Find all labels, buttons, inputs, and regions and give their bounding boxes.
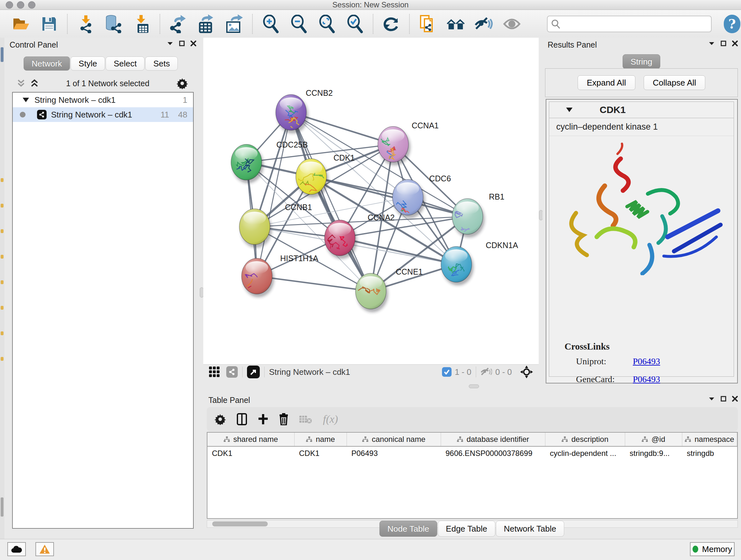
- column-header-namespace[interactable]: namespace: [682, 433, 737, 446]
- table-cell[interactable]: P06493: [347, 447, 441, 460]
- network-node-cdkn1a[interactable]: CDKN1A: [441, 241, 518, 286]
- section-collapse-icon[interactable]: [566, 107, 573, 112]
- zoom-out-button[interactable]: [289, 14, 308, 34]
- node-label: CDK1: [333, 153, 355, 162]
- open-session-button[interactable]: [11, 14, 30, 34]
- table-cell[interactable]: CDK1: [207, 447, 294, 460]
- expand-all-button[interactable]: Expand All: [578, 75, 635, 90]
- home-view-button[interactable]: [446, 14, 465, 34]
- network-node-rb1[interactable]: RB1: [452, 192, 504, 241]
- network-node-cdk1[interactable]: CDK1: [293, 153, 354, 198]
- tab-select[interactable]: Select: [106, 57, 145, 71]
- table-cell[interactable]: cyclin-dependent ...: [545, 447, 625, 460]
- search-box[interactable]: [547, 16, 712, 32]
- table-options-gear-icon[interactable]: [214, 414, 226, 425]
- window-title: Session: New Session: [0, 0, 741, 10]
- toolbar-separator: [409, 14, 410, 34]
- table-cell[interactable]: 9606.ENSP00000378699: [441, 447, 545, 460]
- collapse-all-button[interactable]: Collapse All: [644, 75, 705, 90]
- column-header-canonical-name[interactable]: canonical name: [347, 433, 441, 446]
- collection-label: String Network – cdk1: [35, 95, 116, 105]
- table-cell[interactable]: CDK1: [294, 447, 347, 460]
- clone-network-view-button[interactable]: [418, 14, 437, 34]
- control-panel: Control Panel NetworkStyleSelectSets 1 o…: [4, 38, 199, 539]
- string-view-icon[interactable]: [226, 366, 238, 378]
- table-cell[interactable]: stringdb: [682, 447, 737, 460]
- selected-checkbox-icon[interactable]: [442, 367, 452, 377]
- tab-network[interactable]: Network: [23, 57, 70, 71]
- column-header-name[interactable]: name: [294, 433, 347, 446]
- zoom-in-button[interactable]: [261, 14, 280, 34]
- grid-view-icon[interactable]: [209, 367, 220, 377]
- network-node-cdc6[interactable]: CDC6: [391, 174, 451, 219]
- panel-float-icon[interactable]: [179, 41, 185, 46]
- collection-expand-icon[interactable]: [22, 98, 29, 103]
- network-graph[interactable]: CCNB2CCNA1CDC25BCDK1CDC6RB1CCNB1CCNA2CDK…: [203, 38, 539, 364]
- table-row[interactable]: CDK1CDK1P064939606.ENSP00000378699cyclin…: [207, 447, 737, 460]
- search-input[interactable]: [560, 19, 708, 29]
- panel-menu-icon[interactable]: [167, 41, 173, 46]
- panel-close-icon[interactable]: [732, 41, 738, 46]
- tab-edge-table[interactable]: Edge Table: [438, 521, 495, 537]
- column-header-database-identifier[interactable]: database identifier: [441, 433, 545, 446]
- selected-node-edge-counts: 1 - 0: [455, 367, 471, 377]
- network-collection-row[interactable]: String Network – cdk1 1: [13, 92, 193, 107]
- network-row-selected[interactable]: String Network – cdk1 11 48: [13, 107, 193, 122]
- network-node-ccnb2[interactable]: CCNB2: [276, 88, 333, 133]
- left-splitter[interactable]: [199, 38, 203, 539]
- zoom-selected-button[interactable]: [345, 14, 364, 34]
- horizontal-splitter-handle[interactable]: [469, 384, 479, 388]
- zoom-fit-content-button[interactable]: [317, 14, 336, 34]
- apply-layout-button[interactable]: [382, 14, 401, 34]
- tab-sets[interactable]: Sets: [145, 57, 178, 71]
- show-hidden-icon-button[interactable]: [502, 14, 522, 34]
- save-session-button[interactable]: [40, 14, 59, 34]
- node-table[interactable]: shared namenamecanonical namedatabase id…: [207, 432, 738, 519]
- hide-selected-icon-button[interactable]: [474, 14, 493, 34]
- import-network-file-button[interactable]: [76, 14, 95, 34]
- tab-style[interactable]: Style: [71, 57, 105, 71]
- show-columns-icon[interactable]: [237, 413, 247, 425]
- tab-network-table[interactable]: Network Table: [496, 521, 564, 537]
- network-node-ccna2[interactable]: CCNA2: [325, 213, 395, 259]
- network-node-ccne1[interactable]: CCNE1: [355, 267, 423, 312]
- column-header-shared-name[interactable]: shared name: [207, 433, 294, 446]
- add-column-icon[interactable]: [258, 414, 268, 425]
- right-splitter[interactable]: [539, 38, 542, 393]
- panel-close-icon[interactable]: [732, 396, 738, 401]
- column-header-description[interactable]: description: [545, 433, 625, 446]
- export-network-button[interactable]: [169, 14, 188, 34]
- panel-menu-icon[interactable]: [709, 396, 715, 401]
- column-header-label: namespace: [694, 435, 734, 444]
- panel-menu-icon[interactable]: [709, 41, 715, 46]
- search-icon: [551, 19, 560, 29]
- memory-button[interactable]: Memory: [690, 542, 735, 556]
- panel-float-icon[interactable]: [721, 396, 726, 401]
- detach-view-icon[interactable]: [247, 366, 260, 378]
- table-cell[interactable]: stringdb:9...: [625, 447, 682, 460]
- crosslink-value-link[interactable]: P06493: [633, 356, 660, 367]
- help-button[interactable]: ?: [724, 15, 740, 33]
- node-label: RB1: [489, 192, 504, 201]
- export-table-button[interactable]: [197, 14, 216, 34]
- crosslink-value-link[interactable]: P06493: [633, 374, 660, 384]
- delete-column-icon[interactable]: [279, 413, 288, 425]
- network-edge[interactable]: [291, 112, 371, 291]
- fit-selected-crosshair-icon[interactable]: [520, 366, 533, 378]
- tab-node-table[interactable]: Node Table: [380, 521, 437, 537]
- network-node-hist1h1a[interactable]: HIST1H1A: [242, 254, 319, 298]
- export-image-button[interactable]: [225, 14, 244, 34]
- import-network-database-button[interactable]: [104, 14, 123, 34]
- expand-all-networks-icon[interactable]: [30, 79, 39, 87]
- panel-close-icon[interactable]: [191, 41, 196, 46]
- tab-string[interactable]: String: [623, 54, 660, 69]
- network-options-gear-icon[interactable]: [177, 78, 188, 89]
- cloud-status-button[interactable]: [7, 542, 26, 556]
- column-header-id[interactable]: @id: [625, 433, 682, 446]
- import-table-file-button[interactable]: [132, 14, 151, 34]
- collapse-all-networks-icon[interactable]: [17, 79, 25, 87]
- panel-float-icon[interactable]: [721, 41, 726, 46]
- network-canvas[interactable]: CCNB2CCNA1CDC25BCDK1CDC6RB1CCNB1CCNA2CDK…: [203, 38, 539, 364]
- hidden-eye-slash-icon[interactable]: [481, 367, 492, 377]
- warnings-button[interactable]: [36, 542, 54, 556]
